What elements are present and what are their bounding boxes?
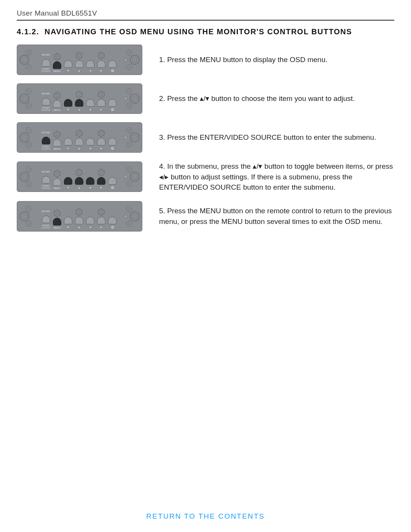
panel-label-down: ▾ (67, 225, 69, 229)
panel-button-menu-col: MENU (53, 218, 61, 229)
panel-label-up: ▴ (78, 147, 80, 150)
step-description: 5. Press the MENU button on the remote c… (159, 206, 394, 227)
panel-button-down-col: ▾ (64, 138, 72, 150)
panel-label-power: ⏻ (111, 186, 114, 189)
panel-button-right-col: ▸ (97, 217, 105, 229)
panel-button-left-col: ◂ (86, 99, 94, 111)
section-title-text: NAVIGATING THE OSD MENU USING THE MONITO… (45, 27, 352, 36)
panel-button-enter (42, 59, 50, 67)
panel-button-menu (53, 178, 61, 186)
svg-point-11 (100, 93, 103, 96)
screw-icon (126, 142, 132, 148)
panel-button-right-col: ▸ (97, 177, 105, 189)
section-title: 4.1.2.NAVIGATING THE OSD MENU USING THE … (17, 27, 394, 36)
panel-button-power-col: ⏻ (108, 60, 116, 72)
svg-marker-14 (76, 130, 82, 137)
screw-icon (25, 127, 32, 133)
panel-button-right (97, 217, 105, 224)
screw-icon (126, 127, 132, 133)
screw-icon (126, 103, 132, 109)
panel-button-power (108, 99, 116, 107)
panel-button-power (108, 138, 116, 145)
panel-button-up-col: ▴ (75, 60, 83, 72)
panel-button-enter-col: ENTERVIDEOSOURCE (41, 137, 50, 150)
step-description: 2. Press the ▴/▾ button to choose the it… (159, 93, 394, 104)
panel-button-enter (42, 137, 50, 144)
panel-label-left: ◂ (89, 147, 91, 150)
panel-label-down: ▾ (67, 108, 69, 111)
panel-button-down (64, 177, 72, 185)
svg-point-5 (100, 54, 103, 57)
panel-button-left-col: ◂ (86, 177, 94, 189)
panel-button-menu-col: MENU (53, 139, 61, 150)
panel-button-down (64, 217, 72, 224)
control-panel-diagram: ENTERVIDEOSOURCEMENU▾▴◂▸⏻ (17, 83, 142, 114)
panel-label-up: ▴ (78, 186, 80, 189)
hex-icon (53, 131, 61, 138)
panel-button-left (86, 138, 94, 145)
step-text: Press the ▴/▾ button to choose the item … (167, 94, 355, 102)
panel-label-down: ▾ (67, 69, 69, 72)
screw-icon (25, 103, 32, 109)
panel-button-power-col: ⏻ (108, 138, 116, 150)
panel-label-down: ▾ (67, 147, 69, 150)
svg-point-23 (100, 171, 103, 174)
return-to-contents-link[interactable]: RETURN TO THE CONTENTS (0, 512, 411, 521)
hex-icon (75, 169, 83, 176)
panel-label-menu: MENU (54, 227, 61, 229)
panel-button-menu (53, 61, 61, 69)
screw-icon (126, 88, 132, 94)
svg-point-17 (100, 132, 103, 135)
svg-point-21 (78, 171, 81, 174)
screw-icon (126, 64, 132, 70)
step-description: 1. Press the MENU button to display the … (159, 54, 394, 65)
panel-label-video-source: VIDEOSOURCE (41, 224, 50, 229)
panel-label-power: ⏻ (111, 108, 114, 111)
step-text: In the submenu, press the ▴/▾ button to … (159, 162, 393, 191)
panel-button-power-col: ⏻ (108, 99, 116, 111)
panel-button-up (75, 177, 83, 185)
svg-point-25 (56, 212, 59, 214)
svg-marker-8 (76, 91, 82, 98)
svg-marker-24 (54, 210, 60, 217)
hex-icon (53, 92, 61, 99)
panel-label-right: ▸ (100, 225, 102, 229)
panel-button-enter (42, 176, 50, 184)
svg-point-27 (78, 211, 81, 213)
control-panel-diagram: ENTERVIDEOSOURCEMENU▾▴◂▸⏻ (17, 122, 142, 153)
step-number: 1. (159, 56, 167, 64)
step-row: ENTERVIDEOSOURCEMENU▾▴◂▸⏻3. Press the EN… (17, 122, 394, 153)
panel-button-up (75, 138, 83, 145)
header-rule (17, 20, 394, 21)
panel-button-power (108, 60, 116, 68)
panel-button-right (97, 99, 105, 107)
panel-button-up-col: ▴ (75, 99, 83, 111)
panel-button-right (97, 177, 105, 185)
panel-button-enter (42, 216, 50, 223)
svg-marker-12 (54, 131, 60, 138)
panel-button-power (108, 217, 116, 224)
panel-label-up: ▴ (78, 69, 80, 72)
panel-label-enter: ENTER (42, 210, 50, 212)
panel-label-menu: MENU (54, 109, 61, 111)
panel-label-right: ▸ (100, 147, 102, 150)
panel-button-down-col: ▾ (64, 217, 72, 229)
svg-point-9 (78, 93, 81, 96)
panel-label-menu: MENU (54, 148, 61, 150)
hex-icon (97, 91, 105, 98)
panel-button-up-col: ▴ (75, 217, 83, 229)
panel-label-left: ◂ (89, 69, 91, 72)
panel-label-up: ▴ (78, 225, 80, 229)
svg-point-15 (78, 132, 81, 135)
panel-button-left (86, 217, 94, 224)
svg-point-7 (56, 94, 59, 97)
panel-button-menu (53, 139, 61, 147)
screw-icon (25, 181, 32, 187)
panel-label-video-source: VIDEOSOURCE (41, 107, 50, 111)
panel-button-right (97, 138, 105, 145)
svg-marker-26 (76, 209, 82, 216)
panel-button-menu-col: MENU (53, 178, 61, 189)
panel-label-enter: ENTER (42, 131, 50, 134)
control-panel-diagram: ENTERVIDEOSOURCEMENU▾▴◂▸⏻ (17, 161, 142, 192)
panel-button-up (75, 217, 83, 224)
